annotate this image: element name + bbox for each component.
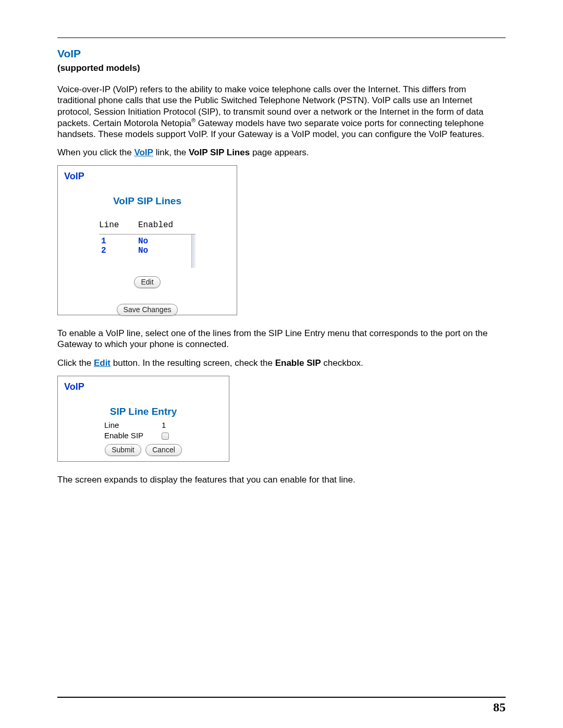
para4-bold: Enable SIP: [275, 358, 321, 368]
panel2-subtitle: SIP Line Entry: [64, 406, 223, 417]
para4-pre: Click the: [57, 358, 94, 368]
cell-enabled-2: No: [138, 246, 195, 255]
scrollbar[interactable]: [191, 235, 195, 268]
line-label: Line: [104, 421, 162, 429]
cell-line-1: 1: [99, 237, 138, 246]
cell-line-2: 2: [99, 246, 138, 255]
voip-sip-lines-panel: VoIP VoIP SIP Lines Line Enabled 1 No 2 …: [57, 165, 237, 315]
submit-cancel-row: Submit Cancel: [64, 444, 223, 456]
header-enabled: Enabled: [138, 220, 195, 230]
para4-mid: button. In the resulting screen, check t…: [111, 358, 275, 368]
entry-row-enable-sip: Enable SIP: [104, 431, 182, 440]
entry-row-line: Line 1: [104, 421, 182, 429]
lines-table-body: 1 No 2 No: [99, 234, 195, 268]
bottom-rule: [57, 697, 506, 698]
paragraph-click-edit: Click the Edit button. In the resulting …: [57, 357, 506, 368]
para2-post: page appears.: [250, 147, 309, 157]
header-line: Line: [99, 220, 138, 230]
voip-link[interactable]: VoIP: [134, 147, 153, 157]
paragraph-click-voip: When you click the VoIP link, the VoIP S…: [57, 147, 506, 158]
para2-bold: VoIP SIP Lines: [189, 147, 250, 157]
cell-enabled-1: No: [138, 237, 195, 246]
page-number: 85: [493, 700, 506, 714]
save-button-row: Save Changes: [64, 304, 230, 316]
lines-table-header: Line Enabled: [99, 220, 195, 230]
edit-button[interactable]: Edit: [134, 276, 160, 288]
table-row[interactable]: 2 No: [99, 246, 195, 255]
paragraph-intro: Voice-over-IP (VoIP) refers to the abili…: [57, 84, 506, 140]
save-changes-button[interactable]: Save Changes: [117, 304, 178, 316]
line-value: 1: [162, 421, 182, 429]
entry-table: Line 1 Enable SIP: [104, 421, 182, 440]
para4-post: checkbox.: [321, 358, 363, 368]
enable-sip-checkbox[interactable]: [162, 433, 169, 440]
panel1-title: VoIP: [64, 171, 230, 182]
sub-heading: (supported models): [57, 63, 506, 73]
top-rule: [57, 38, 506, 38]
edit-button-row: Edit: [64, 276, 230, 288]
table-row[interactable]: 1 No: [99, 237, 195, 246]
para2-mid: link, the: [153, 147, 189, 157]
cancel-button[interactable]: Cancel: [145, 444, 182, 456]
paragraph-expands: The screen expands to display the featur…: [57, 474, 506, 485]
submit-button[interactable]: Submit: [105, 444, 141, 456]
enable-sip-label: Enable SIP: [104, 431, 162, 440]
edit-link[interactable]: Edit: [94, 358, 111, 368]
section-heading: VoIP: [57, 47, 506, 60]
sip-line-entry-panel: VoIP SIP Line Entry Line 1 Enable SIP Su…: [57, 376, 229, 462]
panel2-title: VoIP: [64, 381, 223, 392]
lines-table: Line Enabled 1 No 2 No: [99, 220, 195, 268]
registered-mark: ®: [191, 117, 195, 124]
panel1-subtitle: VoIP SIP Lines: [64, 195, 230, 207]
paragraph-enable-line: To enable a VoIP line, select one of the…: [57, 328, 506, 350]
enable-sip-value: [162, 431, 182, 440]
para2-pre: When you click the: [57, 147, 134, 157]
